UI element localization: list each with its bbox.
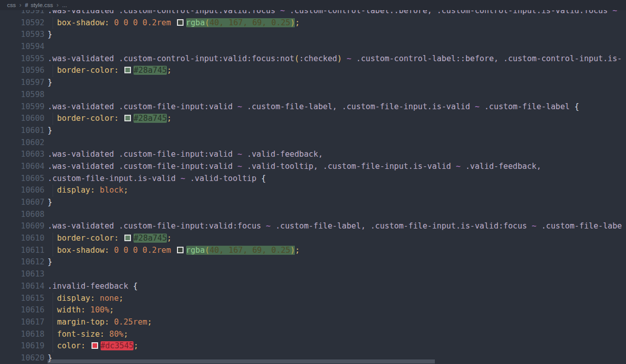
color-swatch-green[interactable] [124, 235, 131, 241]
breadcrumb-item-file[interactable]: style.css [31, 2, 53, 8]
code-line: 10613 [0, 268, 626, 281]
token-brc: } [48, 30, 52, 39]
token-sel: .valid-feedback, [461, 162, 542, 171]
code-text: } [48, 77, 52, 89]
chevron-right-icon: › [57, 2, 59, 9]
code-text: border-color: #28a745; [48, 65, 171, 77]
token-num: block [100, 186, 123, 195]
code-line: 10611 box-shadow: 0 0 0 0.2rem rgba(40, … [0, 245, 626, 257]
indent-guide [53, 293, 53, 305]
code-line: 10619 color: #dc3545; [0, 340, 626, 352]
color-swatch-green[interactable] [124, 115, 131, 121]
token-prp: border-color [57, 234, 114, 243]
token-prp: display [57, 294, 91, 303]
line-number: 10618 [0, 329, 44, 341]
line-number: 10607 [0, 197, 44, 209]
token-prp: font-size [57, 330, 100, 339]
code-text: } [48, 29, 52, 41]
code-text: .was-validated .custom-file-input:valid … [48, 101, 579, 113]
line-number: 10610 [0, 233, 44, 245]
line-number: 10592 [0, 17, 44, 29]
color-swatch-rgba-green[interactable] [177, 247, 184, 253]
token-prp: color [57, 341, 81, 350]
token-gnm: 40, 167, 69, 0.25 [209, 18, 290, 27]
token-num: 100% [91, 305, 110, 314]
line-number: 10601 [0, 125, 44, 137]
token-sel: .was-validated .custom-file-input:valid [48, 162, 238, 171]
chevron-right-icon: › [19, 2, 21, 9]
line-number: 10599 [0, 101, 44, 113]
indent-guide [53, 340, 53, 352]
token-tld: ~ [346, 54, 351, 63]
code-line: 10617 margin-top: 0.25rem; [0, 316, 626, 329]
hash-symbol-icon: # [25, 2, 28, 8]
line-number: 10619 [0, 340, 44, 352]
token-pnc: : [91, 294, 100, 303]
token-tld: ~ [266, 221, 271, 231]
code-line: 10605.custom-file-input.is-valid ~ .vali… [0, 173, 626, 185]
code-line: 10606 display: block; [0, 185, 626, 197]
code-text: color: #dc3545; [48, 340, 139, 352]
token-tld: ~ [238, 162, 242, 171]
code-text: .was-validated .custom-control-input:val… [48, 53, 622, 65]
token-sel: .was-validated .custom-file-input:valid:… [48, 221, 266, 231]
token-brc: { [261, 174, 265, 183]
token-brc: } [48, 198, 52, 207]
token-prp: border-color [57, 114, 114, 123]
token-num: 0 0 0 0.2rem [114, 246, 175, 255]
code-line: 10602 [0, 137, 626, 149]
breadcrumb-item-symbol[interactable]: ... [62, 2, 67, 8]
color-swatch-red[interactable] [92, 342, 98, 349]
token-num: 0 0 0 0.2rem [114, 18, 175, 27]
token-pnc: ; [133, 341, 138, 350]
line-number: 10594 [0, 41, 44, 53]
code-text: box-shadow: 0 0 0 0.2rem rgba(40, 167, 6… [48, 17, 300, 29]
token-sel: .custom-control-label::before, .custom-c… [351, 54, 622, 63]
code-editor[interactable]: 10591.was-validated .custom-control-inpu… [0, 0, 626, 364]
code-text: .custom-file-input.is-valid ~ .valid-too… [48, 173, 266, 185]
token-pnc: : [105, 317, 114, 327]
line-number: 10604 [0, 161, 44, 173]
code-line: 10616 width: 100%; [0, 304, 626, 316]
code-line: 10598 [0, 89, 626, 101]
token-brc: { [133, 282, 138, 291]
token-pnc: : [114, 234, 123, 243]
code-line: 10608 [0, 209, 626, 221]
line-number: 10620 [0, 352, 44, 364]
horizontal-scrollbar[interactable] [48, 359, 435, 363]
line-number: 10595 [0, 53, 44, 65]
code-text: border-color: #28a745; [48, 233, 171, 245]
color-swatch-green[interactable] [124, 67, 131, 73]
code-text: margin-top: 0.25rem; [48, 316, 152, 329]
token-brc: } [48, 126, 52, 135]
token-tld: ~ [238, 150, 242, 159]
token-pnc: ; [123, 330, 128, 339]
code-line: 10614.invalid-feedback { [0, 281, 626, 293]
code-text: } [48, 125, 52, 137]
color-swatch-rgba-green[interactable] [177, 19, 184, 26]
code-text: .was-validated .custom-file-input:valid:… [48, 220, 622, 233]
token-pnc: : [100, 330, 109, 339]
line-number: 10608 [0, 209, 44, 221]
token-pnc: ; [295, 246, 299, 255]
token-pnc: ; [119, 294, 123, 303]
token-brc: { [574, 102, 579, 111]
token-tld: ~ [532, 221, 536, 231]
line-number: 10596 [0, 65, 44, 77]
token-pnc: ; [295, 18, 299, 27]
code-text: .was-validated .custom-file-input:valid … [48, 149, 323, 161]
code-line: 10618 font-size: 80%; [0, 329, 626, 341]
code-line: 10597} [0, 77, 626, 89]
line-number: 10605 [0, 173, 44, 185]
token-prp: box-shadow [57, 18, 105, 27]
token-sel: :checked [299, 54, 337, 63]
token-pnc: ; [167, 114, 171, 123]
indent-guide [53, 329, 53, 341]
code-line: 10604.was-validated .custom-file-input:v… [0, 161, 626, 173]
token-pnc: : [105, 246, 114, 255]
indent-guide [53, 233, 53, 245]
indent-guide [53, 316, 53, 329]
indent-guide [53, 113, 53, 125]
token-brc: } [48, 78, 52, 87]
breadcrumb-item-folder[interactable]: css [7, 2, 16, 8]
